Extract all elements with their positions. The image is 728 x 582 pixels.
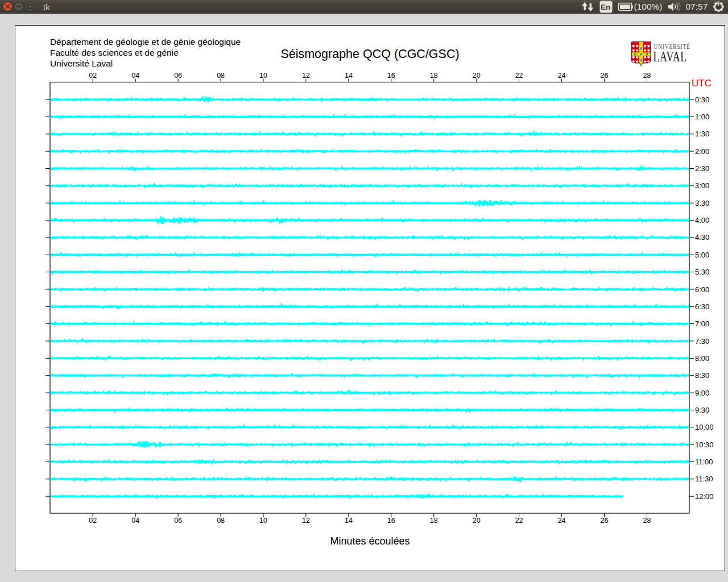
svg-text:16: 16: [387, 517, 395, 525]
svg-text:UTC: UTC: [692, 78, 712, 89]
svg-text:12: 12: [302, 517, 310, 525]
svg-text:06: 06: [174, 72, 182, 80]
svg-text:02: 02: [89, 72, 97, 80]
svg-text:10:00: 10:00: [695, 423, 714, 431]
svg-text:5:00: 5:00: [695, 251, 709, 259]
svg-text:22: 22: [515, 517, 523, 525]
svg-text:20: 20: [473, 72, 481, 80]
svg-text:11:30: 11:30: [695, 475, 713, 483]
svg-text:14: 14: [345, 72, 353, 80]
svg-text:10: 10: [259, 517, 267, 525]
svg-text:24: 24: [558, 72, 566, 80]
svg-text:0:30: 0:30: [695, 95, 709, 104]
svg-text:04: 04: [131, 517, 139, 525]
svg-text:11:00: 11:00: [695, 458, 713, 466]
svg-text:26: 26: [601, 72, 609, 80]
svg-text:28: 28: [643, 72, 651, 80]
svg-text:07:57: 07:57: [686, 2, 708, 11]
svg-text:tk: tk: [43, 2, 50, 12]
svg-text:En: En: [601, 3, 610, 11]
svg-text:2:00: 2:00: [695, 147, 709, 156]
svg-text:8:00: 8:00: [695, 354, 709, 363]
svg-text:6:00: 6:00: [695, 285, 709, 294]
svg-text:12:00: 12:00: [695, 492, 714, 501]
svg-text:08: 08: [217, 72, 225, 80]
svg-text:10: 10: [259, 72, 267, 80]
svg-text:18: 18: [430, 72, 438, 80]
svg-text:4:00: 4:00: [695, 216, 709, 225]
svg-text:12: 12: [302, 72, 310, 80]
svg-text:08: 08: [217, 517, 225, 525]
svg-text:LAVAL: LAVAL: [653, 48, 687, 64]
svg-text:3:30: 3:30: [695, 199, 709, 207]
svg-text:18: 18: [430, 517, 438, 525]
svg-text:7:30: 7:30: [695, 337, 709, 346]
svg-text:3:00: 3:00: [695, 181, 709, 190]
svg-text:28: 28: [643, 517, 651, 525]
svg-text:2:30: 2:30: [695, 164, 709, 173]
svg-text:9:00: 9:00: [695, 389, 709, 397]
svg-text:16: 16: [387, 72, 395, 80]
svg-text:04: 04: [131, 72, 139, 80]
svg-text:5:30: 5:30: [695, 268, 709, 276]
svg-text:10:30: 10:30: [695, 440, 714, 449]
svg-text:9:30: 9:30: [695, 406, 709, 414]
svg-text:1:00: 1:00: [695, 113, 709, 121]
svg-text:22: 22: [515, 72, 523, 80]
svg-text:8:30: 8:30: [695, 371, 709, 380]
svg-text:20: 20: [473, 517, 481, 525]
svg-text:7:00: 7:00: [695, 319, 709, 328]
svg-text:02: 02: [89, 517, 97, 525]
svg-text:26: 26: [601, 517, 609, 525]
svg-text:4:30: 4:30: [695, 233, 709, 242]
svg-text:06: 06: [174, 517, 182, 525]
svg-text:14: 14: [345, 517, 353, 525]
svg-text:6:30: 6:30: [695, 302, 709, 311]
svg-text:(100%): (100%): [634, 2, 663, 11]
svg-text:24: 24: [558, 517, 566, 525]
svg-text:1:30: 1:30: [695, 130, 709, 138]
